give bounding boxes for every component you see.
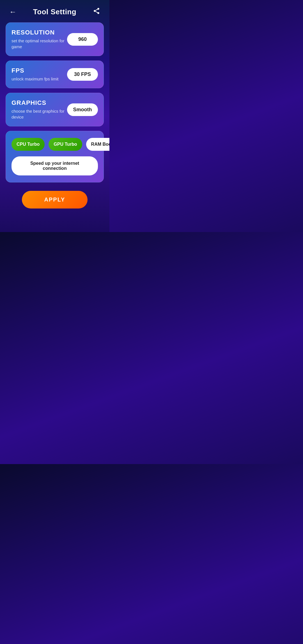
internet-speed-button[interactable]: Speed up your internet connection: [12, 156, 98, 175]
resolution-title: RESOLUTION: [12, 29, 67, 36]
svg-point-2: [97, 12, 99, 14]
resolution-card: RESOLUTION set the optimal resolution fo…: [6, 22, 104, 56]
boost-card: CPU Turbo GPU Turbo RAM Boost Speed up y…: [6, 131, 104, 182]
page-title: Tool Setting: [33, 8, 76, 16]
graphics-card-left: GRAPHICS choose the best graphics for de…: [12, 99, 67, 120]
gpu-turbo-button[interactable]: GPU Turbo: [49, 138, 82, 151]
apply-button[interactable]: APPLY: [22, 191, 88, 209]
fps-desc: unlock maximum fps limit: [12, 76, 67, 82]
fps-card: FPS unlock maximum fps limit 30 FPS: [6, 61, 104, 88]
header: ← Tool Setting: [0, 0, 109, 22]
back-button[interactable]: ←: [7, 6, 19, 18]
svg-point-1: [94, 10, 96, 12]
graphics-title: GRAPHICS: [12, 99, 67, 106]
svg-line-4: [95, 9, 97, 10]
graphics-desc: choose the best graphics for device: [12, 108, 67, 120]
back-icon: ←: [9, 8, 17, 16]
resolution-value-button[interactable]: 960: [67, 33, 98, 46]
graphics-card: GRAPHICS choose the best graphics for de…: [6, 93, 104, 126]
share-button[interactable]: [90, 6, 103, 18]
cpu-turbo-button[interactable]: CPU Turbo: [12, 138, 45, 151]
ram-boost-button[interactable]: RAM Boost: [86, 138, 109, 151]
resolution-desc: set the optimal resolution for game: [12, 38, 67, 50]
share-icon: [93, 7, 100, 16]
settings-content: RESOLUTION set the optimal resolution fo…: [0, 22, 109, 182]
apply-section: APPLY: [0, 182, 109, 214]
fps-title: FPS: [12, 67, 67, 74]
graphics-value-button[interactable]: Smooth: [67, 103, 98, 116]
fps-card-left: FPS unlock maximum fps limit: [12, 67, 67, 82]
fps-value-button[interactable]: 30 FPS: [67, 68, 98, 81]
svg-point-0: [97, 8, 99, 10]
screen: ← Tool Setting RESOLUTION set the optima…: [0, 0, 109, 232]
boost-buttons-row: CPU Turbo GPU Turbo RAM Boost: [12, 138, 98, 151]
resolution-card-left: RESOLUTION set the optimal resolution fo…: [12, 29, 67, 50]
svg-line-3: [95, 11, 97, 13]
